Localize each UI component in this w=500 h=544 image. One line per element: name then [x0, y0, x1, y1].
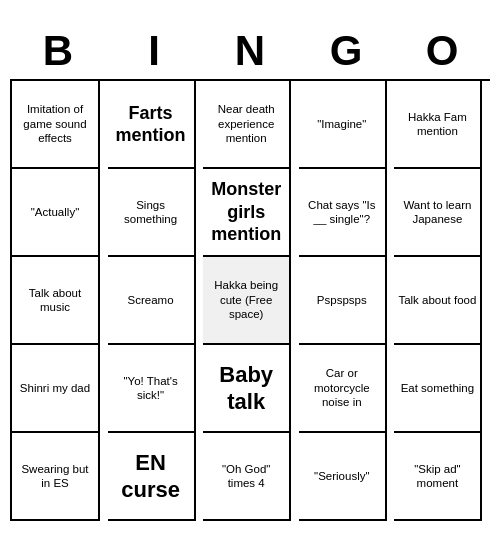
cell-text-18: Car or motorcycle noise in — [303, 366, 381, 409]
bingo-cell-12[interactable]: Hakka being cute (Free space) — [203, 257, 291, 345]
letter-g: G — [302, 27, 390, 75]
letter-b: B — [14, 27, 102, 75]
bingo-cell-6[interactable]: Sings something — [108, 169, 196, 257]
bingo-cell-13[interactable]: Pspspsps — [299, 257, 387, 345]
cell-text-12: Hakka being cute (Free space) — [207, 278, 285, 321]
cell-text-17: Baby talk — [207, 361, 285, 416]
cell-text-7: Monster girls mention — [207, 178, 285, 246]
bingo-cell-23[interactable]: "Seriously" — [299, 433, 387, 521]
bingo-cell-22[interactable]: "Oh God" times 4 — [203, 433, 291, 521]
cell-text-21: EN curse — [112, 449, 190, 504]
cell-text-24: "Skip ad" moment — [398, 462, 476, 491]
bingo-cell-10[interactable]: Talk about music — [12, 257, 100, 345]
bingo-card: B I N G O Imitation of game sound effect… — [10, 23, 490, 521]
cell-text-14: Talk about food — [398, 293, 476, 307]
bingo-cell-0[interactable]: Imitation of game sound effects — [12, 81, 100, 169]
cell-text-9: Want to learn Japanese — [398, 198, 476, 227]
bingo-cell-2[interactable]: Near death experience mention — [203, 81, 291, 169]
cell-text-6: Sings something — [112, 198, 190, 227]
bingo-cell-21[interactable]: EN curse — [108, 433, 196, 521]
cell-text-11: Screamo — [128, 293, 174, 307]
letter-n: N — [206, 27, 294, 75]
cell-text-1: Farts mention — [112, 102, 190, 147]
bingo-cell-14[interactable]: Talk about food — [394, 257, 482, 345]
bingo-cell-9[interactable]: Want to learn Japanese — [394, 169, 482, 257]
letter-o: O — [398, 27, 486, 75]
bingo-cell-19[interactable]: Eat something — [394, 345, 482, 433]
cell-text-4: Hakka Fam mention — [398, 110, 476, 139]
cell-text-19: Eat something — [401, 381, 475, 395]
cell-text-22: "Oh God" times 4 — [207, 462, 285, 491]
bingo-cell-16[interactable]: "Yo! That's sick!" — [108, 345, 196, 433]
bingo-grid: Imitation of game sound effectsFarts men… — [10, 79, 490, 521]
cell-text-13: Pspspsps — [317, 293, 367, 307]
bingo-cell-18[interactable]: Car or motorcycle noise in — [299, 345, 387, 433]
cell-text-2: Near death experience mention — [207, 102, 285, 145]
bingo-cell-8[interactable]: Chat says "Is __ single"? — [299, 169, 387, 257]
bingo-cell-1[interactable]: Farts mention — [108, 81, 196, 169]
cell-text-8: Chat says "Is __ single"? — [303, 198, 381, 227]
bingo-cell-3[interactable]: "Imagine" — [299, 81, 387, 169]
cell-text-5: "Actually" — [31, 205, 79, 219]
cell-text-23: "Seriously" — [314, 469, 369, 483]
bingo-cell-15[interactable]: Shinri my dad — [12, 345, 100, 433]
bingo-cell-7[interactable]: Monster girls mention — [203, 169, 291, 257]
cell-text-0: Imitation of game sound effects — [16, 102, 94, 145]
cell-text-10: Talk about music — [16, 286, 94, 315]
bingo-cell-4[interactable]: Hakka Fam mention — [394, 81, 482, 169]
bingo-cell-20[interactable]: Swearing but in ES — [12, 433, 100, 521]
cell-text-16: "Yo! That's sick!" — [112, 374, 190, 403]
cell-text-20: Swearing but in ES — [16, 462, 94, 491]
bingo-header: B I N G O — [10, 23, 490, 79]
bingo-cell-17[interactable]: Baby talk — [203, 345, 291, 433]
cell-text-3: "Imagine" — [317, 117, 366, 131]
cell-text-15: Shinri my dad — [20, 381, 90, 395]
bingo-cell-24[interactable]: "Skip ad" moment — [394, 433, 482, 521]
bingo-cell-5[interactable]: "Actually" — [12, 169, 100, 257]
bingo-cell-11[interactable]: Screamo — [108, 257, 196, 345]
letter-i: I — [110, 27, 198, 75]
